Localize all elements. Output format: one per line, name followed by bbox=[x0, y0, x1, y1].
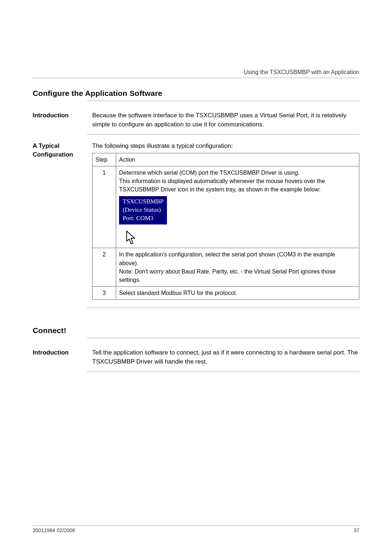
step-action: Determine which serial (COM) port the TS… bbox=[116, 166, 359, 248]
config-label: A Typical Configuration bbox=[33, 142, 92, 159]
step-num: 3 bbox=[93, 287, 116, 300]
section1-indent bbox=[87, 101, 359, 101]
step2-line2: Note: Don't worry about Baud Rate, Parit… bbox=[119, 267, 356, 284]
footer-rule bbox=[33, 526, 359, 526]
tooltip-box: TSXCUSBMBP (Device Status) Port: COM3 bbox=[119, 196, 167, 225]
steps-table: Step Action 1 Determine which serial (CO… bbox=[92, 153, 359, 300]
col-action: Action bbox=[116, 153, 359, 166]
rule-wrap bbox=[87, 134, 359, 134]
col-step: Step bbox=[93, 153, 116, 166]
intro-text: Tell the application software to connect… bbox=[92, 348, 359, 366]
table-wrap: Step Action 1 Determine which serial (CO… bbox=[92, 153, 359, 300]
rule bbox=[87, 101, 359, 101]
step-action: In the application's configuration, sele… bbox=[116, 248, 359, 287]
section2-intro-row: Introduction Tell the application softwa… bbox=[33, 348, 359, 366]
tooltip-l2: (Device Status) bbox=[123, 206, 163, 214]
rule bbox=[87, 338, 359, 338]
rule-wrap bbox=[87, 372, 359, 372]
section1-title: Configure the Application Software bbox=[33, 89, 359, 98]
step-num: 2 bbox=[93, 248, 116, 287]
tooltip-l3: Port: COM3 bbox=[123, 214, 163, 223]
step-num: 1 bbox=[93, 166, 116, 248]
step1-line1: Determine which serial (COM) port the TS… bbox=[119, 169, 356, 177]
section1-config-row: A Typical Configuration The following st… bbox=[33, 142, 359, 300]
step-action: Select standard Modbus RTU for the proto… bbox=[116, 287, 359, 300]
table-row: 2 In the application's configuration, se… bbox=[93, 248, 359, 287]
page-number: 37 bbox=[354, 527, 359, 533]
rule bbox=[87, 372, 359, 372]
page: Using the TSXCUSBMBP with an Application… bbox=[0, 0, 392, 555]
intro-label: Introduction bbox=[33, 111, 92, 120]
running-header: Using the TSXCUSBMBP with an Application bbox=[33, 69, 359, 76]
section1-intro-row: Introduction Because the software interf… bbox=[33, 111, 359, 129]
footer: 35011984 02/2006 37 bbox=[33, 526, 359, 533]
header-rule bbox=[33, 78, 359, 78]
rule bbox=[87, 308, 359, 308]
table-row: 3 Select standard Modbus RTU for the pro… bbox=[93, 287, 359, 300]
intro-text: Because the software interface to the TS… bbox=[92, 111, 359, 129]
tooltip-l1: TSXCUSBMBP bbox=[123, 198, 163, 206]
section2-title: Connect! bbox=[33, 326, 359, 335]
config-lead: The following steps illustrate a typical… bbox=[92, 142, 359, 151]
table-header-row: Step Action bbox=[93, 153, 359, 166]
rule bbox=[87, 134, 359, 134]
intro-label: Introduction bbox=[33, 348, 92, 357]
doc-id: 35011984 02/2006 bbox=[33, 527, 75, 533]
config-body: The following steps illustrate a typical… bbox=[92, 142, 359, 300]
cursor-icon bbox=[126, 230, 138, 246]
table-row: 1 Determine which serial (COM) port the … bbox=[93, 166, 359, 248]
rule-wrap bbox=[87, 338, 359, 338]
step1-line2: This information is displayed automatica… bbox=[119, 177, 356, 194]
footer-row: 35011984 02/2006 37 bbox=[33, 527, 359, 533]
rule-wrap bbox=[87, 308, 359, 308]
step2-line1: In the application's configuration, sele… bbox=[119, 250, 356, 267]
